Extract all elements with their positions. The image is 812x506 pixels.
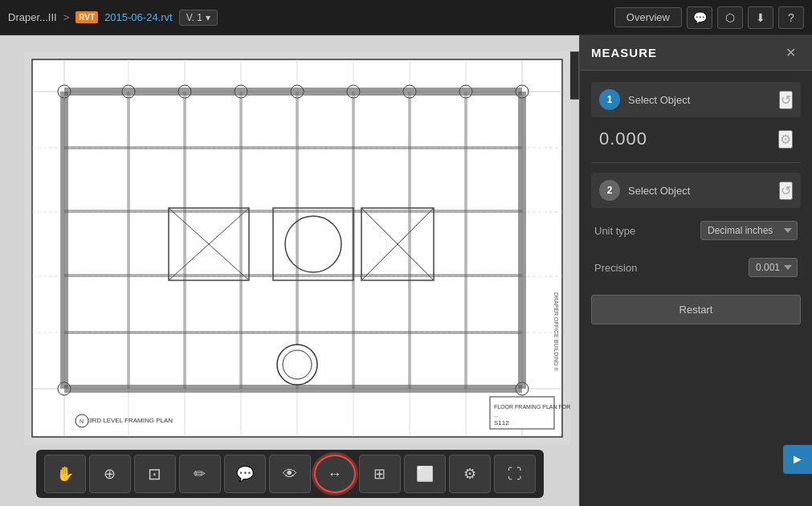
svg-rect-31 (518, 92, 526, 389)
unit-type-label: Unit type (594, 225, 635, 237)
breadcrumb-separator: > (63, 11, 70, 23)
share-icon: ⬡ (725, 11, 735, 24)
svg-rect-32 (64, 146, 522, 149)
step1-label: Select Object (628, 94, 690, 106)
measure-panel-header: MEASURE ✕ (580, 35, 812, 71)
step1-left: 1 Select Object (599, 89, 690, 110)
blueprint-canvas[interactable]: VCBC (0, 35, 579, 506)
zoom-icon: ⊡ (148, 464, 161, 484)
measurement-settings-button[interactable]: ⚙ (778, 130, 793, 149)
refresh1-icon: ↺ (781, 93, 791, 107)
unit-type-row: Unit type Decimal inches Fractional inch… (591, 216, 801, 245)
precision-label: Precision (594, 262, 637, 274)
refresh2-icon: ↺ (781, 184, 791, 198)
fullscreen-icon: ⛶ (508, 466, 522, 483)
measurement-value: 0.000 (599, 129, 647, 149)
svg-text:DRAPER OFFICE BUILDING II: DRAPER OFFICE BUILDING II (553, 292, 559, 371)
precision-select[interactable]: 0.001 0.01 0.1 1 (749, 258, 798, 277)
step1-circle: 1 (599, 89, 620, 110)
download-icon: ⬇ (756, 11, 765, 24)
measure-tool-button[interactable]: ↔ (314, 455, 356, 493)
file-type-badge: RVT (75, 11, 98, 23)
help-icon: ? (788, 11, 794, 24)
panel-divider (591, 162, 801, 163)
svg-text:FLOOR FRAMING PLAN FOR: FLOOR FRAMING PLAN FOR (494, 404, 570, 410)
help-icon-button[interactable]: ? (778, 6, 804, 29)
pages-icon: ⬜ (416, 465, 434, 483)
bottom-toolbar: ✋ ⊕ ⊡ ✏ 💬 👁 ↔ (36, 450, 544, 498)
download-icon-button[interactable]: ⬇ (748, 6, 773, 29)
version-selector[interactable]: V. 1 ▾ (179, 10, 218, 26)
measure-panel: MEASURE ✕ 1 Select Object ↺ 0.00 (579, 35, 812, 506)
pages-tool-button[interactable]: ⬜ (404, 455, 446, 493)
svg-rect-41 (408, 92, 411, 389)
markup-tool-button[interactable]: ✏ (179, 455, 221, 493)
overview-button[interactable]: Overview (614, 7, 682, 27)
blueprint-svg: 3RD LEVEL FRAMING PLAN N FLOOR FRAMING P… (24, 51, 570, 445)
view-tool-button[interactable]: 👁 (269, 455, 311, 493)
float-arrow-button[interactable]: ► (783, 445, 812, 474)
svg-text:N: N (80, 418, 84, 424)
measurement-row: 0.000 ⚙ (591, 125, 801, 153)
measure-icon: ↔ (328, 466, 342, 483)
gear-settings-icon: ⚙ (780, 133, 791, 146)
arrow-right-icon: ► (791, 452, 804, 467)
layers-tool-button[interactable]: ⊞ (359, 455, 401, 493)
step2-circle: 2 (599, 180, 620, 201)
blueprint-drawing: VCBC (0, 35, 579, 506)
fullscreen-tool-button[interactable]: ⛶ (494, 455, 536, 493)
step2-row: 2 Select Object ↺ (591, 173, 801, 208)
step2-label: Select Object (628, 185, 690, 197)
svg-rect-36 (127, 92, 130, 389)
svg-rect-35 (64, 331, 522, 334)
breadcrumb-start: Draper...III (8, 11, 57, 23)
close-icon: ✕ (785, 46, 796, 59)
share-icon-button[interactable]: ⬡ (717, 6, 743, 29)
topbar-actions: Overview 💬 ⬡ ⬇ ? (614, 6, 804, 29)
message-icon: 💬 (693, 11, 707, 24)
measure-panel-body: 1 Select Object ↺ 0.000 ⚙ (580, 71, 812, 506)
precision-row: Precision 0.001 0.01 0.1 1 (591, 253, 801, 282)
comment-tool-button[interactable]: 💬 (224, 455, 266, 493)
step2-refresh-button[interactable]: ↺ (779, 182, 793, 200)
main-content: VCBC (0, 35, 812, 506)
svg-text:S112: S112 (494, 419, 509, 426)
svg-rect-33 (64, 210, 522, 213)
svg-rect-30 (60, 92, 68, 389)
svg-rect-38 (239, 92, 243, 389)
step1-refresh-button[interactable]: ↺ (779, 91, 793, 109)
settings-tool-button[interactable]: ⚙ (449, 455, 491, 493)
svg-rect-29 (64, 385, 522, 393)
settings-icon: ⚙ (463, 465, 476, 483)
move-icon: ⊕ (104, 465, 116, 483)
hand-icon: ✋ (56, 465, 74, 483)
measure-panel-title: MEASURE (591, 46, 657, 59)
zoom-tool-button[interactable]: ⊡ (134, 455, 176, 493)
file-name: 2015-06-24.rvt (104, 11, 173, 23)
eye-icon: 👁 (283, 466, 297, 483)
step2-left: 2 Select Object (599, 180, 690, 201)
measure-panel-close-button[interactable]: ✕ (781, 43, 801, 62)
svg-rect-28 (64, 88, 522, 96)
svg-rect-42 (464, 92, 467, 389)
step1-row: 1 Select Object ↺ (591, 82, 801, 117)
svg-rect-37 (183, 92, 186, 389)
message-icon-button[interactable]: 💬 (687, 6, 712, 29)
layers-icon: ⊞ (373, 465, 386, 483)
svg-text:...: ... (494, 412, 499, 418)
topbar: Draper...III > RVT 2015-06-24.rvt V. 1 ▾… (0, 0, 812, 35)
comment-icon: 💬 (236, 465, 254, 483)
move-tool-button[interactable]: ⊕ (89, 455, 131, 493)
pan-tool-button[interactable]: ✋ (44, 455, 86, 493)
svg-rect-34 (64, 274, 522, 277)
restart-button[interactable]: Restart (591, 295, 801, 324)
pencil-icon: ✏ (194, 465, 206, 483)
svg-text:3RD LEVEL FRAMING PLAN: 3RD LEVEL FRAMING PLAN (88, 417, 173, 424)
unit-type-select[interactable]: Decimal inches Fractional inches Feet Mi… (700, 221, 798, 240)
